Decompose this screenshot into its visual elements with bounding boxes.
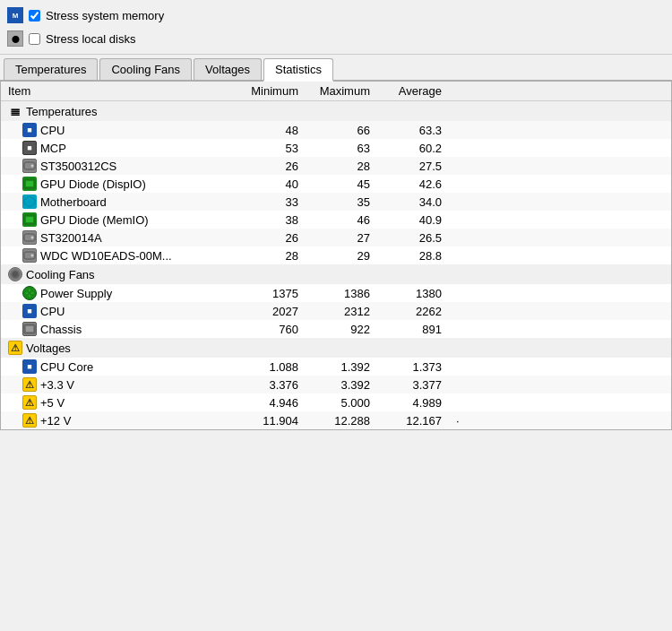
mcp-icon: ■ [22, 141, 37, 155]
svg-rect-6 [26, 217, 33, 222]
cell-max: 1.392 [306, 358, 377, 376]
item-label: +5 V [40, 396, 65, 410]
table-row: Chassis760922891 [1, 320, 671, 338]
col-header-extra [449, 82, 671, 101]
table-row: ■CPU Core1.0881.3921.373 [1, 358, 671, 376]
col-header-minimum: Minimum [234, 82, 306, 101]
cell-min: 760 [234, 320, 306, 338]
table-row: GPU Diode (MemIO)384640.9 [1, 211, 671, 229]
tab-statistics[interactable]: Statistics [263, 58, 333, 82]
table-row: ⚠+5 V4.9465.0004.989 [1, 393, 671, 411]
cell-extra [449, 121, 671, 139]
fan-ps-icon [22, 286, 37, 300]
tab-coolingfans[interactable]: Cooling Fans [99, 58, 192, 80]
cell-avg: 27.5 [377, 157, 449, 175]
cell-extra [449, 376, 671, 393]
tabs-bar: Temperatures Cooling Fans Voltages Stati… [0, 55, 672, 82]
cell-extra: · [449, 411, 671, 429]
tab-voltages[interactable]: Voltages [194, 58, 262, 80]
stress-disks-label[interactable]: Stress local disks [46, 32, 135, 46]
volt-icon: ⚠ [22, 413, 37, 428]
cell-avg: 28.8 [377, 246, 449, 264]
cell-max: 45 [306, 175, 377, 193]
cell-min: 48 [234, 121, 306, 139]
item-label: ST3500312CS [40, 160, 116, 173]
cell-extra [449, 358, 671, 376]
cell-extra [449, 139, 671, 157]
gpu-icon [22, 177, 37, 191]
cpu-icon: ■ [22, 359, 37, 374]
svg-rect-14 [26, 326, 33, 332]
stress-memory-checkbox[interactable] [29, 10, 40, 22]
mb-icon [22, 194, 37, 209]
cell-extra [449, 229, 671, 246]
cell-max: 3.392 [306, 376, 377, 393]
cell-max: 27 [306, 229, 377, 246]
section-label: Voltages [26, 341, 71, 355]
table-row: ST3500312CS262827.5 [1, 157, 671, 175]
cell-max: 1386 [306, 284, 377, 302]
stress-memory-row: M Stress system memory [7, 4, 665, 27]
cell-min: 53 [234, 139, 306, 157]
item-label: +3.3 V [40, 378, 74, 392]
col-header-maximum: Maximum [306, 82, 377, 101]
cell-min: 1.088 [234, 358, 306, 376]
volt-icon: ⚠ [8, 341, 22, 355]
item-label: ST320014A [40, 231, 102, 245]
table-row: Motherboard333534.0 [1, 193, 671, 211]
tab-temperatures[interactable]: Temperatures [4, 58, 98, 80]
statistics-table: Item Minimum Maximum Average ≣Temperatur… [1, 82, 671, 429]
svg-rect-3 [26, 181, 33, 186]
table-row: ST320014A262726.5 [1, 229, 671, 246]
cell-max: 46 [306, 211, 377, 229]
cell-min: 26 [234, 229, 306, 246]
stress-disks-checkbox[interactable] [29, 33, 40, 45]
cell-min: 28 [234, 246, 306, 264]
cell-avg: 63.3 [377, 121, 449, 139]
cell-avg: 34.0 [377, 193, 449, 211]
cell-max: 5.000 [306, 393, 377, 411]
item-label: Chassis [40, 323, 82, 336]
item-label: Power Supply [40, 287, 112, 300]
cpu-icon: ■ [22, 304, 37, 318]
hdd-icon [22, 248, 37, 263]
cell-min: 2027 [234, 302, 306, 320]
item-label: GPU Diode (MemIO) [40, 213, 149, 227]
cell-max: 12.288 [306, 411, 377, 429]
item-label: Motherboard [40, 195, 107, 209]
cell-min: 4.946 [234, 393, 306, 411]
item-label: +12 V [40, 414, 71, 428]
item-label: CPU Core [40, 360, 93, 374]
gpu-icon [22, 212, 37, 227]
stress-memory-label[interactable]: Stress system memory [46, 9, 164, 22]
cell-extra [449, 193, 671, 211]
table-row: ■CPU486663.3 [1, 121, 671, 139]
section-fan-icon [8, 267, 22, 281]
cell-avg: 12.167 [377, 411, 449, 429]
section-temp-icon: ≣ [8, 104, 22, 118]
item-label: MCP [40, 142, 66, 155]
cell-extra [449, 320, 671, 338]
hdd-icon [22, 230, 37, 245]
cell-avg: 60.2 [377, 139, 449, 157]
table-row: GPU Diode (DispIO)404542.6 [1, 175, 671, 193]
memory-icon: M [7, 7, 23, 23]
cell-avg: 2262 [377, 302, 449, 320]
table-row: ⚠+12 V11.90412.28812.167· [1, 411, 671, 429]
section-header-row: ≣Temperatures [1, 101, 671, 122]
cell-max: 922 [306, 320, 377, 338]
cell-avg: 891 [377, 320, 449, 338]
section-label: Temperatures [26, 105, 97, 118]
table-row: ⚠+3.3 V3.3763.3923.377 [1, 376, 671, 393]
volt-icon: ⚠ [22, 377, 37, 392]
item-label: CPU [40, 124, 65, 137]
svg-point-8 [31, 237, 34, 239]
cell-avg: 26.5 [377, 229, 449, 246]
cell-avg: 1380 [377, 284, 449, 302]
cell-max: 63 [306, 139, 377, 157]
stress-disks-row: ⬤ Stress local disks [7, 27, 665, 50]
section-header-row: Cooling Fans [1, 264, 671, 284]
disk-icon: ⬤ [7, 30, 23, 47]
item-label: WDC WD10EADS-00M... [40, 249, 172, 263]
cell-avg: 1.373 [377, 358, 449, 376]
